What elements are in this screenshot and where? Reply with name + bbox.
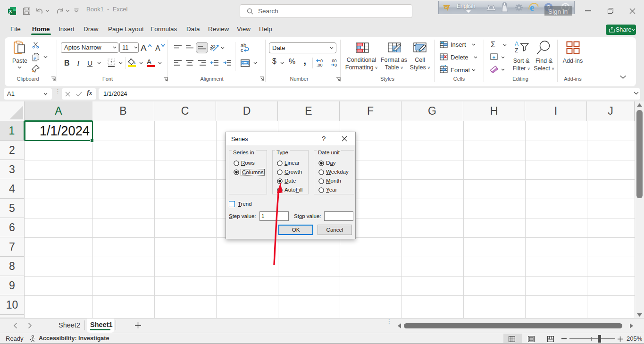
svg-text:0: 0 bbox=[335, 63, 337, 67]
svg-text:.00: .00 bbox=[317, 63, 323, 67]
svg-text:A: A bbox=[515, 41, 519, 47]
svg-text:Z: Z bbox=[515, 47, 518, 52]
svg-text:c: c bbox=[241, 47, 243, 52]
